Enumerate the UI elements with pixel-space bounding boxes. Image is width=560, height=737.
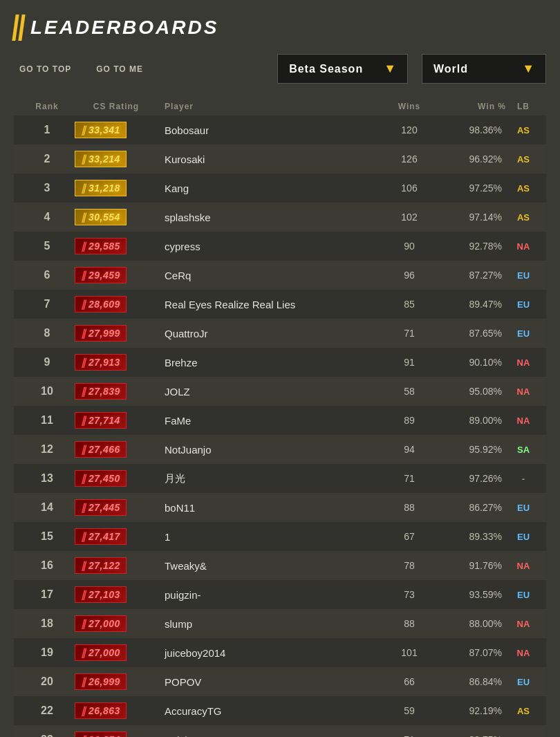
winpct-cell: 97.25% xyxy=(437,183,506,194)
table-row[interactable]: 14 ∥ 27,445 boN11 88 86.27% EU xyxy=(14,493,546,522)
rating-icon: ∥ xyxy=(81,415,86,426)
rating-badge: ∥ 33,341 xyxy=(75,122,127,138)
wins-cell: 66 xyxy=(382,676,437,687)
table-row[interactable]: 7 ∥ 28,609 Real Eyes Realize Real Lies 8… xyxy=(14,290,546,319)
region-cell: NA xyxy=(506,386,541,397)
column-headers: Rank CS Rating Player Wins Win % LB xyxy=(14,99,546,114)
player-cell: slump xyxy=(158,618,382,630)
go-to-me-button[interactable]: GO TO ME xyxy=(91,62,149,77)
table-row[interactable]: 3 ∥ 31,218 Kang 106 97.25% AS xyxy=(14,174,546,203)
player-cell: 月光 xyxy=(158,472,382,485)
rating-cell: ∥ 29,459 xyxy=(75,267,158,283)
table-row[interactable]: 20 ∥ 26,999 POPOV 66 86.84% EU xyxy=(14,667,546,696)
rating-value: 27,450 xyxy=(88,473,120,484)
rank-cell: 18 xyxy=(19,617,75,630)
season-dropdown[interactable]: Beta Season ▼ xyxy=(277,54,408,84)
table-row[interactable]: 8 ∥ 27,999 QuattroJr 71 87.65% EU xyxy=(14,319,546,348)
rating-cell: ∥ 27,000 xyxy=(75,644,158,661)
rank-cell: 15 xyxy=(19,530,75,543)
rank-cell: 22 xyxy=(19,705,75,717)
page-container: LEADERBOARDS GO TO TOP GO TO ME Beta Sea… xyxy=(0,0,560,737)
region-cell: EU xyxy=(506,590,541,600)
table-row[interactable]: 22 ∥ 26,863 AccuracyTG 59 92.19% AS xyxy=(14,696,546,725)
rating-icon: ∥ xyxy=(81,183,86,194)
rating-icon: ∥ xyxy=(81,386,86,397)
rating-cell: ∥ 30,554 xyxy=(75,209,158,225)
rank-cell: 2 xyxy=(19,153,75,165)
winpct-cell: 93.59% xyxy=(437,589,506,600)
rating-icon: ∥ xyxy=(81,124,86,136)
winpct-cell: 95.08% xyxy=(437,386,506,397)
rating-cell: ∥ 33,341 xyxy=(75,122,158,138)
region-dropdown-arrow: ▼ xyxy=(522,62,534,76)
rating-cell: ∥ 26,999 xyxy=(75,673,158,690)
table-row[interactable]: 2 ∥ 33,214 Kurosaki 126 96.92% AS xyxy=(14,144,546,174)
rank-cell: 13 xyxy=(19,472,75,485)
winpct-cell: 89.75% xyxy=(437,734,506,737)
table-row[interactable]: 11 ∥ 27,714 FaMe 89 89.00% NA xyxy=(14,406,546,435)
table-row[interactable]: 16 ∥ 27,122 Tweaky& 78 91.76% NA xyxy=(14,551,546,580)
rating-icon: ∥ xyxy=(81,705,86,716)
table-row[interactable]: 15 ∥ 27,417 1 67 89.33% EU xyxy=(14,522,546,551)
go-to-top-button[interactable]: GO TO TOP xyxy=(14,62,77,77)
player-cell: Kurosaki xyxy=(158,153,382,165)
wins-cell: 71 xyxy=(382,473,437,484)
rating-value: 27,417 xyxy=(88,531,120,542)
wins-cell: 106 xyxy=(382,183,437,194)
table-row[interactable]: 10 ∥ 27,839 JOLZ 58 95.08% NA xyxy=(14,377,546,406)
rating-badge: ∥ 27,445 xyxy=(75,499,127,516)
title-accent: LEADERBOARDS xyxy=(14,14,218,41)
winpct-cell: 89.00% xyxy=(437,415,506,426)
table-row[interactable]: 23 ∥ 26,854 swishor 71 89.75% EU xyxy=(14,725,546,737)
table-row[interactable]: 5 ∥ 29,585 cypress 90 92.78% NA xyxy=(14,232,546,261)
winpct-cell: 91.76% xyxy=(437,560,506,571)
region-cell: EU xyxy=(506,503,541,513)
rating-cell: ∥ 27,714 xyxy=(75,412,158,429)
wins-cell: 89 xyxy=(382,415,437,426)
rank-cell: 23 xyxy=(19,734,75,737)
wins-cell: 96 xyxy=(382,270,437,281)
table-row[interactable]: 17 ∥ 27,103 puigzin- 73 93.59% EU xyxy=(14,580,546,609)
rank-cell: 10 xyxy=(19,385,75,398)
rank-cell: 3 xyxy=(19,182,75,194)
rating-value: 27,999 xyxy=(88,328,120,339)
rating-cell: ∥ 27,417 xyxy=(75,528,158,545)
winpct-cell: 98.36% xyxy=(437,124,506,136)
wins-cell: 88 xyxy=(382,502,437,513)
table-row[interactable]: 19 ∥ 27,000 juiceboy2014 101 87.07% NA xyxy=(14,638,546,667)
rating-badge: ∥ 27,999 xyxy=(75,325,127,342)
page-title: LEADERBOARDS xyxy=(30,17,218,39)
rating-cell: ∥ 27,103 xyxy=(75,586,158,603)
region-cell: NA xyxy=(506,241,541,252)
winpct-cell: 97.26% xyxy=(437,473,506,484)
region-cell: EU xyxy=(506,532,541,542)
region-dropdown[interactable]: World ▼ xyxy=(422,54,546,84)
table-row[interactable]: 9 ∥ 27,913 Brehze 91 90.10% NA xyxy=(14,348,546,377)
wins-cell: 102 xyxy=(382,212,437,223)
table-row[interactable]: 1 ∥ 33,341 Bobosaur 120 98.36% AS xyxy=(14,115,546,144)
winpct-cell: 96.92% xyxy=(437,153,506,165)
table-row[interactable]: 12 ∥ 27,466 NotJuanjo 94 95.92% SA xyxy=(14,435,546,464)
player-cell: swishor xyxy=(158,734,382,738)
wins-cell: 88 xyxy=(382,618,437,629)
region-cell: EU xyxy=(506,328,541,339)
region-cell: AS xyxy=(506,125,541,136)
rating-icon: ∥ xyxy=(81,676,86,687)
table-row[interactable]: 4 ∥ 30,554 splashske 102 97.14% AS xyxy=(14,203,546,232)
player-cell: 1 xyxy=(158,531,382,543)
wins-cell: 73 xyxy=(382,589,437,600)
rating-badge: ∥ 31,218 xyxy=(75,180,127,196)
table-row[interactable]: 6 ∥ 29,459 CeRq 96 87.27% EU xyxy=(14,261,546,290)
region-cell: AS xyxy=(506,183,541,194)
region-cell: EU xyxy=(506,677,541,687)
rating-icon: ∥ xyxy=(81,212,86,223)
rating-badge: ∥ 27,103 xyxy=(75,586,127,603)
rating-icon: ∥ xyxy=(81,270,86,281)
player-cell: Brehze xyxy=(158,357,382,368)
rating-value: 27,000 xyxy=(88,647,120,658)
table-row[interactable]: 18 ∥ 27,000 slump 88 88.00% NA xyxy=(14,609,546,638)
player-cell: JOLZ xyxy=(158,386,382,398)
winpct-cell: 89.47% xyxy=(437,299,506,310)
rating-value: 27,839 xyxy=(88,386,120,397)
table-row[interactable]: 13 ∥ 27,450 月光 71 97.26% - xyxy=(14,464,546,493)
